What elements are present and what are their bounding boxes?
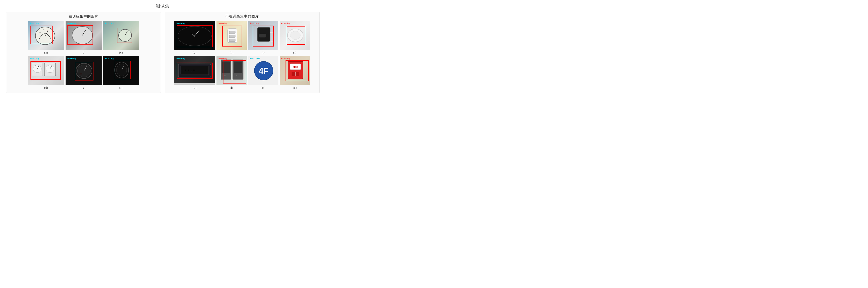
img-cell-i: detecting （i） bbox=[248, 21, 278, 55]
det-box-b bbox=[67, 25, 93, 45]
caption-b: （b） bbox=[80, 51, 87, 55]
img-cell-g: detecting （g） bbox=[175, 21, 215, 55]
img-wrapper-h: detecting bbox=[216, 21, 247, 50]
det-box-n bbox=[285, 60, 309, 81]
img-wrapper-g: detecting bbox=[175, 21, 215, 50]
img-wrapper-m: need check 4F bbox=[248, 56, 278, 85]
img-cell-l: detecting ●ICA ●ICA （l） bbox=[216, 56, 247, 90]
det-label-f: detecting bbox=[104, 57, 115, 60]
det-box-h bbox=[222, 26, 242, 47]
caption-j: （j） bbox=[291, 51, 298, 55]
det-label-a: detecting bbox=[29, 22, 40, 25]
caption-f: （f） bbox=[118, 86, 124, 90]
img-cell-a: detecting 1.5 2 2.5 （a） bbox=[28, 21, 64, 55]
display-k-bar bbox=[175, 83, 215, 85]
caption-d: （d） bbox=[42, 86, 50, 90]
caption-g: （g） bbox=[191, 51, 198, 55]
sign-m-svg: 4F bbox=[253, 60, 274, 81]
det-label-h: detecting bbox=[217, 22, 228, 25]
det-label-d: detecting bbox=[29, 57, 40, 60]
img-cell-d: detecting （d） bbox=[28, 56, 64, 90]
img-wrapper-i: detecting bbox=[248, 21, 278, 50]
img-cell-f: detecting （f） bbox=[103, 56, 139, 90]
det-box-j bbox=[287, 26, 305, 45]
det-box-l bbox=[223, 60, 246, 84]
det-label-k: detecting bbox=[175, 57, 186, 60]
det-box-d bbox=[30, 61, 61, 80]
page-title: 测试集 bbox=[0, 0, 326, 11]
det-label-e: detecting bbox=[66, 57, 77, 60]
img-cell-b: detecting （b） bbox=[66, 21, 102, 55]
left-section-title: 在训练集中的图片 bbox=[8, 14, 159, 19]
img-cell-e: detecting （e） bbox=[66, 56, 102, 90]
sections-row: 在训练集中的图片 detecting 1.5 2 2.5 bbox=[0, 11, 326, 96]
img-cell-n: detecting FIRE （n） bbox=[280, 56, 310, 90]
det-label-l: detecting bbox=[217, 57, 228, 60]
img-wrapper-k: detecting --.- bbox=[175, 56, 215, 85]
left-row-2: detecting （d） bbox=[8, 56, 159, 90]
img-cell-k: detecting --.- bbox=[175, 56, 215, 90]
det-label-b: detecting bbox=[66, 22, 77, 25]
img-cell-h: detecting （h） bbox=[216, 21, 247, 55]
left-section: 在训练集中的图片 detecting 1.5 2 2.5 bbox=[6, 11, 161, 93]
det-box-e bbox=[75, 62, 93, 81]
det-label-g: detecting bbox=[175, 22, 186, 25]
right-row-2: detecting --.- bbox=[167, 56, 317, 90]
caption-l: （l） bbox=[228, 86, 235, 90]
img-cell-m: need check 4F （m） bbox=[248, 56, 278, 90]
img-wrapper-c: detecting bbox=[103, 21, 139, 50]
det-label-n: detecting bbox=[281, 57, 291, 60]
det-box-a bbox=[30, 26, 53, 44]
img-cell-j: detecting （j） bbox=[280, 21, 310, 55]
img-wrapper-f: detecting bbox=[103, 56, 139, 85]
det-box-i bbox=[253, 26, 274, 47]
caption-c: （c） bbox=[117, 51, 124, 55]
right-section-title: 不在训练集中的图片 bbox=[167, 14, 317, 19]
img-cell-c: detecting （c） bbox=[103, 21, 139, 55]
img-wrapper-a: detecting 1.5 2 2.5 bbox=[28, 21, 64, 50]
img-wrapper-b: detecting bbox=[66, 21, 102, 50]
page-container: 测试集 在训练集中的图片 detecting 1.5 2 bbox=[0, 0, 326, 96]
det-label-j: detecting bbox=[281, 22, 291, 25]
img-wrapper-j: detecting bbox=[280, 21, 310, 50]
img-wrapper-d: detecting bbox=[28, 56, 64, 85]
det-box-k bbox=[177, 63, 213, 79]
caption-e: （e） bbox=[80, 86, 87, 90]
caption-n: （n） bbox=[291, 86, 298, 90]
caption-i: （i） bbox=[260, 51, 266, 55]
det-label-m: need check bbox=[249, 57, 261, 60]
det-label-c: detecting bbox=[104, 22, 115, 25]
right-section: 不在训练集中的图片 detecting bbox=[165, 11, 319, 93]
det-box-c bbox=[117, 28, 132, 43]
caption-a: （a） bbox=[42, 51, 49, 55]
img-wrapper-e: detecting bbox=[66, 56, 102, 85]
right-row-1: detecting （g） bbox=[167, 21, 317, 55]
caption-m: （m） bbox=[259, 86, 267, 90]
caption-h: （h） bbox=[228, 51, 235, 55]
img-wrapper-n: detecting FIRE bbox=[280, 56, 310, 85]
det-label-i: detecting bbox=[249, 22, 260, 25]
det-box-g bbox=[177, 25, 213, 47]
left-row-1: detecting 1.5 2 2.5 （a） bbox=[8, 21, 159, 55]
img-wrapper-l: detecting ●ICA ●ICA bbox=[216, 56, 247, 85]
det-box-f bbox=[115, 61, 131, 79]
caption-k: （k） bbox=[191, 86, 198, 90]
svg-text:4F: 4F bbox=[258, 66, 268, 76]
